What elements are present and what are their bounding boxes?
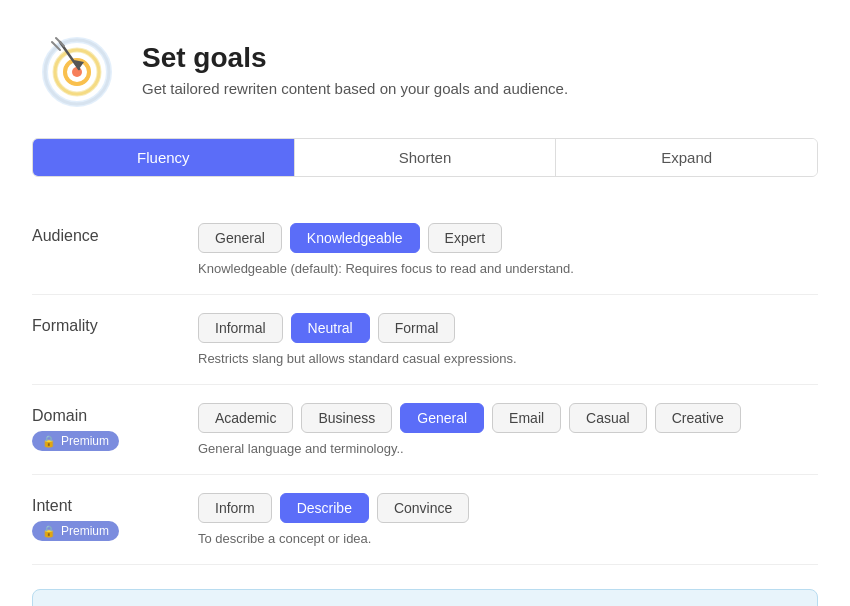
intent-option-describe[interactable]: Describe: [280, 493, 369, 523]
domain-label-area: Domain 🔒 Premium: [32, 403, 182, 451]
tab-shorten[interactable]: Shorten: [295, 139, 557, 176]
lock-icon-intent: 🔒: [42, 525, 56, 538]
domain-option-business[interactable]: Business: [301, 403, 392, 433]
intent-premium-label: Premium: [61, 524, 109, 538]
formality-section: Formality Informal Neutral Formal Restri…: [32, 295, 818, 385]
intent-premium-badge: 🔒 Premium: [32, 521, 119, 541]
domain-description: General language and terminology..: [198, 441, 818, 456]
domain-option-email[interactable]: Email: [492, 403, 561, 433]
intent-section: Intent 🔒 Premium Inform Describe Convinc…: [32, 475, 818, 565]
audience-option-expert[interactable]: Expert: [428, 223, 502, 253]
page-title: Set goals: [142, 42, 568, 74]
intent-option-convince[interactable]: Convince: [377, 493, 469, 523]
domain-section: Domain 🔒 Premium Academic Business Gener…: [32, 385, 818, 475]
domain-option-general[interactable]: General: [400, 403, 484, 433]
audience-btn-group: General Knowledgeable Expert: [198, 223, 818, 253]
formality-option-informal[interactable]: Informal: [198, 313, 283, 343]
intent-label-area: Intent 🔒 Premium: [32, 493, 182, 541]
domain-premium-badge: 🔒 Premium: [32, 431, 119, 451]
formality-label: Formality: [32, 317, 182, 335]
audience-description: Knowledgeable (default): Requires focus …: [198, 261, 818, 276]
intent-option-inform[interactable]: Inform: [198, 493, 272, 523]
audience-option-general[interactable]: General: [198, 223, 282, 253]
formality-description: Restricts slang but allows standard casu…: [198, 351, 818, 366]
formality-option-formal[interactable]: Formal: [378, 313, 456, 343]
audience-option-knowledgeable[interactable]: Knowledgeable: [290, 223, 420, 253]
intent-content: Inform Describe Convince To describe a c…: [198, 493, 818, 546]
formality-option-neutral[interactable]: Neutral: [291, 313, 370, 343]
tab-fluency[interactable]: Fluency: [33, 139, 295, 176]
tab-bar: Fluency Shorten Expand: [32, 138, 818, 177]
page-subtitle: Get tailored rewriten content based on y…: [142, 80, 568, 97]
domain-option-academic[interactable]: Academic: [198, 403, 293, 433]
domain-btn-group: Academic Business General Email Casual C…: [198, 403, 818, 433]
header: Set goals Get tailored rewriten content …: [32, 24, 818, 114]
audience-label-area: Audience: [32, 223, 182, 245]
audience-content: General Knowledgeable Expert Knowledgeab…: [198, 223, 818, 276]
domain-option-casual[interactable]: Casual: [569, 403, 647, 433]
formality-label-area: Formality: [32, 313, 182, 335]
intent-description: To describe a concept or idea.: [198, 531, 818, 546]
lock-icon: 🔒: [42, 435, 56, 448]
domain-label: Domain: [32, 407, 182, 425]
header-text: Set goals Get tailored rewriten content …: [142, 42, 568, 97]
domain-option-creative[interactable]: Creative: [655, 403, 741, 433]
domain-premium-label: Premium: [61, 434, 109, 448]
intent-btn-group: Inform Describe Convince: [198, 493, 818, 523]
domain-content: Academic Business General Email Casual C…: [198, 403, 818, 456]
intent-label: Intent: [32, 497, 182, 515]
premium-notice: Please purchase a premium plan to enable…: [32, 589, 818, 606]
formality-content: Informal Neutral Formal Restricts slang …: [198, 313, 818, 366]
audience-label: Audience: [32, 227, 182, 245]
svg-point-3: [72, 67, 82, 77]
tab-expand[interactable]: Expand: [556, 139, 817, 176]
formality-btn-group: Informal Neutral Formal: [198, 313, 818, 343]
audience-section: Audience General Knowledgeable Expert Kn…: [32, 205, 818, 295]
logo-icon: [32, 24, 122, 114]
